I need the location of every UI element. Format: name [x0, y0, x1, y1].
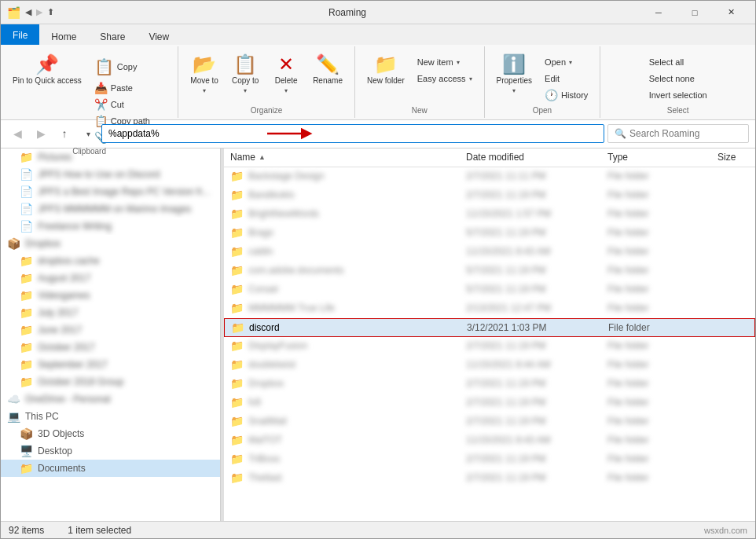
copy-button[interactable]: 📋 Copy: [89, 54, 171, 79]
sidebar-item-oct18[interactable]: 📁 October 2018 Group: [1, 373, 220, 390]
sidebar-item-jpfs3[interactable]: 📄 JPFS MMMMMM on Marimo Images: [1, 200, 220, 218]
file-name: Thetlast: [248, 472, 282, 483]
table-row[interactable]: 📁 Backstage Design 2/7/2021 11:11 PM Fil…: [224, 167, 755, 186]
history-button[interactable]: 🕐 History: [539, 87, 593, 103]
paste-button[interactable]: 📥 Paste: [89, 80, 171, 96]
file-size-cell: [711, 375, 755, 393]
table-row[interactable]: 📁 MMMMMM True Life 2/13/2021 12:47 PM Fi…: [224, 299, 755, 318]
new-item-button[interactable]: New item ▾: [412, 54, 478, 70]
easy-access-arrow: ▾: [469, 75, 472, 82]
table-row[interactable]: 📁 Corsair 5/7/2021 11:19 PM File folder: [224, 280, 755, 299]
discord-name-cell: 📁 discord: [225, 319, 461, 336]
table-row[interactable]: 📁 Brago 5/7/2021 11:19 PM File folder: [224, 224, 755, 243]
column-date[interactable]: Date modified: [460, 148, 601, 167]
column-name[interactable]: Name ▲: [224, 148, 460, 167]
sidebar-item-dropbox[interactable]: 📦 Dropbox: [1, 235, 220, 252]
table-row[interactable]: 📁 Dropbox 2/7/2021 11:19 PM File folder: [224, 375, 755, 394]
sidebar-item-desktop[interactable]: 🖥️ Desktop: [1, 442, 220, 460]
sidebar-item-label: Desktop: [38, 446, 72, 456]
folder-icon: 📁: [231, 321, 244, 334]
properties-button[interactable]: ℹ️ Properties ▾: [491, 51, 538, 104]
tab-file[interactable]: File: [1, 24, 39, 45]
folder-icon: 📁: [230, 264, 244, 277]
table-row[interactable]: 📁 DisplayFusion 2/7/2021 11:19 PM File f…: [224, 337, 755, 356]
title-bar: 🗂️ ◀ ▶ ⬆ Roaming ─ □ ✕: [1, 1, 755, 24]
file-type-cell: File folder: [601, 375, 711, 393]
sidebar-item-3dobjects[interactable]: 📦 3D Objects: [1, 425, 220, 442]
tab-view[interactable]: View: [137, 28, 181, 45]
sort-indicator: ▲: [259, 153, 266, 161]
file-type-cell: File folder: [601, 450, 711, 468]
open-button[interactable]: Open ▾: [539, 54, 593, 70]
file-size-cell: [711, 337, 755, 355]
select-all-button[interactable]: Select all: [644, 54, 713, 70]
table-row[interactable]: 📁 caldin 11/15/2021 8:43 AM File folder: [224, 243, 755, 262]
table-row[interactable]: 📁 fv8 2/7/2021 11:19 PM File folder: [224, 394, 755, 412]
table-row[interactable]: 📁 BrightNewWords 11/15/2021 1:57 PM File…: [224, 205, 755, 224]
file-name: Brago: [248, 227, 273, 238]
edit-button[interactable]: Edit: [539, 71, 593, 86]
sidebar-item-onedrive[interactable]: ☁️ OneDrive - Personal: [1, 390, 220, 408]
sidebar-item-freelance[interactable]: 📄 Freelance Writing: [1, 218, 220, 235]
table-row[interactable]: 📁 MalTOT 11/15/2021 8:43 AM File folder: [224, 431, 755, 450]
history-icon: 🕐: [545, 89, 558, 101]
invert-selection-button[interactable]: Invert selection: [644, 87, 713, 103]
easy-access-button[interactable]: Easy access ▾: [412, 71, 478, 86]
address-input[interactable]: [108, 128, 597, 139]
sidebar-item-dropbox-cache[interactable]: 📁 dropbox.cache: [1, 252, 220, 270]
sidebar-item-jpfs2[interactable]: 📄 JPFS a Best Image Repo PC Version fr..…: [1, 183, 220, 200]
table-row[interactable]: 📁 doubletwist 11/15/2021 8:44 AM File fo…: [224, 356, 755, 375]
file-size-cell: [711, 262, 755, 280]
desktop-icon: 🖥️: [20, 445, 33, 457]
file-size-cell: [711, 186, 755, 204]
copy-to-button[interactable]: 📋 Copy to ▾: [226, 51, 265, 104]
tab-share[interactable]: Share: [88, 28, 137, 45]
close-button[interactable]: ✕: [713, 1, 749, 24]
tab-home[interactable]: Home: [39, 28, 88, 45]
table-row[interactable]: 📁 TriBoss 2/7/2021 11:19 PM File folder: [224, 450, 755, 469]
sidebar-item-sep[interactable]: 📁 September 2017: [1, 356, 220, 373]
column-type[interactable]: Type: [601, 148, 711, 167]
system-icon: 🗂️: [7, 6, 20, 19]
move-to-button[interactable]: 📂 Move to ▾: [185, 51, 224, 104]
folder-icon: 📁: [230, 302, 244, 314]
table-row[interactable]: 📁 Bandikoklo 2/7/2021 11:19 PM File fold…: [224, 186, 755, 205]
file-date-cell: 2/7/2021 11:19 PM: [460, 375, 601, 393]
delete-button[interactable]: ✕ Delete ▾: [266, 51, 306, 104]
quick-access-back[interactable]: ◀: [25, 7, 31, 17]
rename-button[interactable]: ✏️ Rename: [307, 51, 348, 104]
sidebar-item-thispc[interactable]: 💻 This PC: [1, 408, 220, 425]
ribbon: 📌 Pin to Quick access 📋 Copy 📥 Paste: [1, 45, 755, 120]
organize-group: 📂 Move to ▾ 📋 Copy to ▾ ✕ Delete ▾ ✏️ Re…: [178, 46, 355, 118]
sidebar-item-jpfs1[interactable]: 📄 JPFS How to Use on Discord: [1, 166, 220, 183]
table-row[interactable]: 📁 Thetlast 2/7/2021 11:19 PM File folder: [224, 469, 755, 488]
select-none-button[interactable]: Select none: [644, 71, 713, 86]
main-content: 📁 Pictures 📄 JPFS How to Use on Discord …: [1, 148, 755, 521]
sidebar-item-aug[interactable]: 📁 August 2017: [1, 270, 220, 287]
maximize-button[interactable]: □: [677, 1, 713, 24]
cut-button[interactable]: ✂️ Cut: [89, 97, 171, 112]
file-type-cell: File folder: [601, 469, 711, 487]
folder-icon: 📁: [230, 377, 244, 390]
file-name-cell: 📁 MalTOT: [224, 431, 460, 449]
quick-access-up[interactable]: ⬆: [47, 7, 54, 17]
search-bar[interactable]: 🔍: [607, 124, 749, 143]
pin-to-quick-access-button[interactable]: 📌 Pin to Quick access: [7, 51, 87, 104]
discord-row[interactable]: 📁 discord 3/12/2021 1:03 PM File folder: [224, 318, 755, 337]
column-size[interactable]: Size: [711, 148, 755, 167]
table-row[interactable]: 📁 com.adobe.documents 5/7/2021 11:19 PM …: [224, 262, 755, 280]
sidebar-item-oct[interactable]: 📁 October 2017: [1, 339, 220, 356]
quick-access-forward[interactable]: ▶: [36, 7, 42, 17]
table-row[interactable]: 📁 SnailMail 2/7/2021 11:19 PM File folde…: [224, 412, 755, 431]
address-bar[interactable]: [101, 124, 604, 143]
sidebar-item-jul[interactable]: 📁 July 2017: [1, 304, 220, 321]
sidebar-item-documents[interactable]: 📁 Documents: [1, 460, 220, 477]
sidebar: 📁 Pictures 📄 JPFS How to Use on Discord …: [1, 148, 221, 521]
discord-date: 3/12/2021 1:03 PM: [467, 322, 546, 333]
new-folder-button[interactable]: 📁 New folder: [361, 51, 410, 104]
sidebar-item-jun[interactable]: 📁 June 2017: [1, 321, 220, 339]
minimize-button[interactable]: ─: [640, 1, 677, 24]
sidebar-item-videogames[interactable]: 📁 Videogames: [1, 287, 220, 304]
file-type: File folder: [607, 170, 649, 182]
search-input[interactable]: [629, 128, 742, 139]
